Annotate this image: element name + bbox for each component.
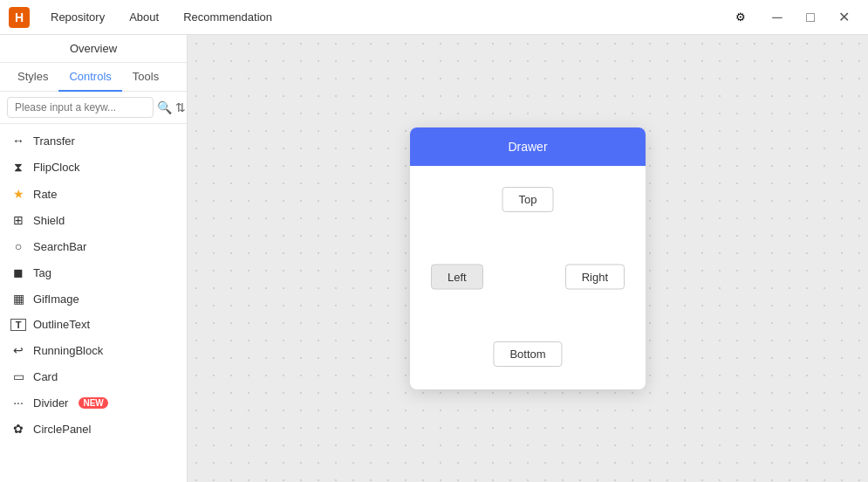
sidebar-item-label: RunningBlock: [33, 344, 103, 357]
sidebar-item-shield[interactable]: ⊞ Shield: [0, 207, 187, 233]
sidebar-item-flipclock[interactable]: ⧗ FlipClock: [0, 154, 187, 181]
sidebar-item-label: OutlineText: [33, 318, 90, 331]
drawer-right-button[interactable]: Right: [565, 265, 625, 290]
sidebar-item-searchbar[interactable]: ○ SearchBar: [0, 233, 187, 259]
card-icon: ▭: [10, 369, 26, 383]
drawer-demo: Drawer Top Right Bottom Left: [410, 127, 646, 389]
drawer-header: Drawer: [410, 127, 646, 166]
tab-styles[interactable]: Styles: [7, 63, 58, 92]
sidebar-item-label: Shield: [33, 214, 65, 227]
titlebar-nav: Repository About Recommendation: [40, 7, 727, 27]
maximize-button[interactable]: □: [795, 5, 826, 30]
sidebar-overview-label: Overview: [0, 35, 187, 63]
titlebar: H Repository About Recommendation ⚙ ─ □ …: [0, 0, 868, 35]
nav-recommendation[interactable]: Recommendation: [173, 7, 283, 27]
close-button[interactable]: ✕: [828, 5, 859, 30]
drawer-bottom-button[interactable]: Bottom: [493, 341, 562, 367]
divider-icon: ···: [10, 396, 26, 410]
sidebar-item-circlepanel[interactable]: ✿ CirclePanel: [0, 416, 187, 442]
sidebar-item-label: FlipClock: [33, 161, 79, 174]
nav-repository[interactable]: Repository: [40, 7, 115, 27]
minimize-button[interactable]: ─: [762, 5, 793, 30]
sidebar-item-outlinetext[interactable]: T OutlineText: [0, 312, 187, 337]
nav-about[interactable]: About: [119, 7, 169, 27]
sidebar-item-label: CirclePanel: [33, 423, 91, 436]
new-badge: NEW: [79, 397, 107, 409]
sidebar-item-gifimage[interactable]: ▦ GifImage: [0, 286, 187, 312]
sidebar-search-bar: 🔍 ⇅: [0, 92, 187, 124]
searchbar-icon: ○: [10, 239, 26, 253]
sidebar-item-label: Tag: [33, 266, 51, 279]
drawer-left-button[interactable]: Left: [431, 265, 483, 290]
flipclock-icon: ⧗: [10, 160, 26, 175]
app-body: Overview Styles Controls Tools 🔍 ⇅ ↔ Tra…: [0, 35, 868, 482]
main-content: Drawer Top Right Bottom Left: [188, 35, 868, 482]
sidebar: Overview Styles Controls Tools 🔍 ⇅ ↔ Tra…: [0, 35, 188, 482]
sidebar-item-label: Card: [33, 370, 58, 383]
circlepanel-icon: ✿: [10, 422, 26, 436]
runningblock-icon: ↩: [10, 343, 26, 357]
search-icon[interactable]: 🔍: [157, 97, 172, 118]
sidebar-item-label: GifImage: [33, 293, 79, 306]
rate-icon: ★: [10, 187, 26, 201]
app-logo: H: [9, 7, 30, 28]
window-controls: ─ □ ✕: [762, 5, 859, 30]
sidebar-list: ↔ Transfer ⧗ FlipClock ★ Rate ⊞ Shield ○…: [0, 124, 187, 482]
sidebar-item-divider[interactable]: ··· Divider NEW: [0, 389, 187, 416]
drawer-body: Top Right Bottom Left: [410, 166, 646, 388]
tab-controls[interactable]: Controls: [58, 63, 121, 92]
sidebar-item-transfer[interactable]: ↔ Transfer: [0, 127, 187, 154]
sidebar-tabs: Styles Controls Tools: [0, 63, 187, 92]
sidebar-item-label: Divider: [33, 396, 68, 410]
gifimage-icon: ▦: [10, 292, 26, 306]
sidebar-item-rate[interactable]: ★ Rate: [0, 181, 187, 207]
sidebar-item-label: SearchBar: [33, 240, 86, 253]
transfer-icon: ↔: [10, 134, 26, 148]
shield-icon: ⊞: [10, 213, 26, 227]
settings-icon[interactable]: ⚙: [727, 3, 755, 31]
sidebar-item-label: Rate: [33, 188, 57, 201]
search-input[interactable]: [7, 97, 154, 118]
sidebar-item-label: Transfer: [33, 134, 75, 148]
sidebar-item-card[interactable]: ▭ Card: [0, 363, 187, 389]
drawer-top-button[interactable]: Top: [502, 187, 554, 212]
sidebar-item-tag[interactable]: ◼ Tag: [0, 259, 187, 286]
sidebar-item-runningblock[interactable]: ↩ RunningBlock: [0, 337, 187, 363]
outlinetext-icon: T: [10, 319, 26, 331]
sort-icon[interactable]: ⇅: [175, 97, 186, 118]
tag-icon: ◼: [10, 265, 26, 279]
tab-tools[interactable]: Tools: [122, 63, 169, 92]
